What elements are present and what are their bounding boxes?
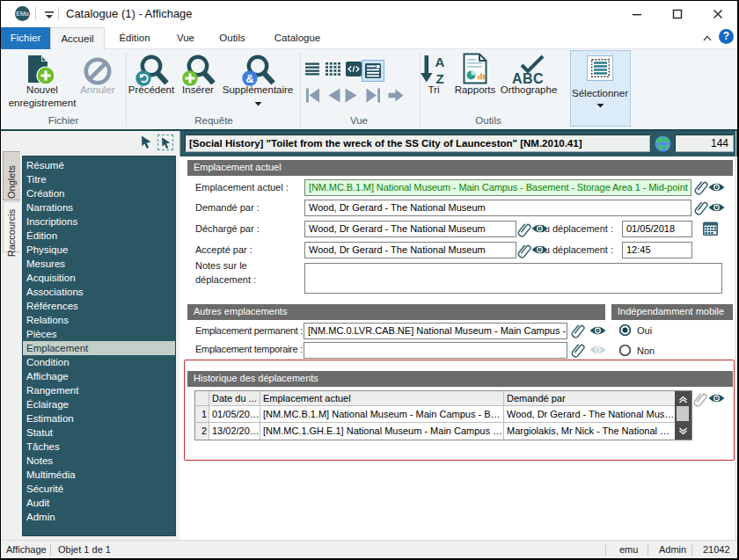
svg-text:&: & (245, 72, 253, 85)
svg-text:A: A (435, 55, 445, 69)
